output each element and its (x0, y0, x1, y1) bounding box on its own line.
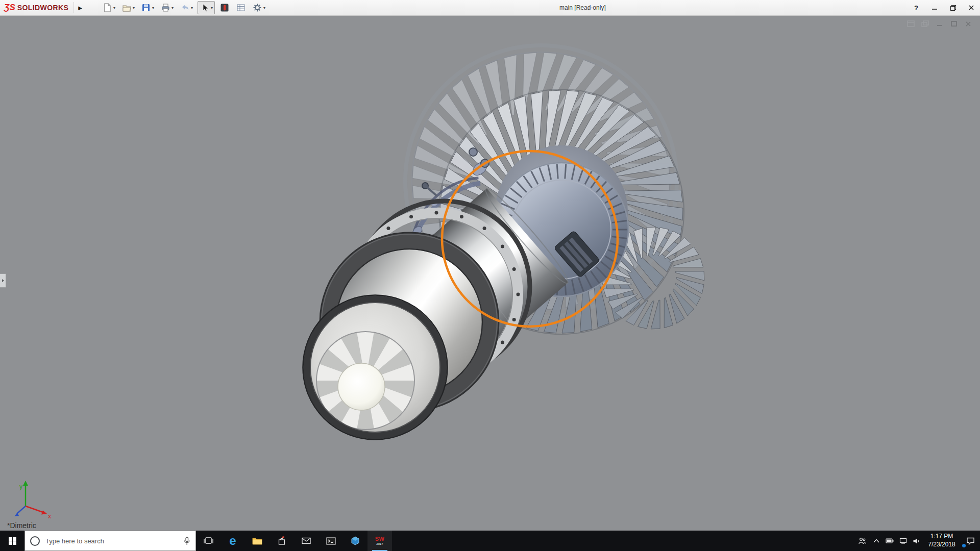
solidworks-logo-icon: ƷS (4, 3, 15, 13)
battery-button[interactable] (883, 531, 896, 551)
cube-app-icon (351, 536, 360, 545)
cortana-icon (30, 536, 40, 546)
start-button[interactable] (0, 531, 24, 551)
menu-expand-icon: ▶ (78, 5, 82, 11)
close-button[interactable] (966, 2, 977, 13)
tailcone-hub (338, 363, 385, 410)
command-prompt-icon (326, 537, 336, 545)
notification-badge (962, 544, 966, 547)
save-icon (141, 3, 151, 13)
microphone-icon[interactable] (183, 537, 190, 545)
network-icon (899, 538, 907, 544)
flyout-arrow-icon (2, 279, 5, 283)
windows-taskbar: e SW 2017 (0, 531, 980, 551)
document-window-controls (906, 19, 973, 28)
task-view-icon (203, 537, 213, 545)
doc-close-button[interactable] (963, 19, 973, 28)
red-capsule-icon (219, 3, 230, 13)
help-button[interactable]: ? (911, 2, 922, 13)
doc-panes-icon (907, 20, 915, 28)
quick-access-toolbar: ▾ ▾ ▾ ▾ ▾ ▾ ▾ (101, 1, 267, 14)
chevron-down-icon[interactable]: ▾ (133, 6, 135, 10)
restore-icon (950, 5, 957, 11)
people-icon (858, 537, 866, 544)
action-center-icon (966, 537, 975, 545)
store-icon (277, 536, 286, 545)
file-explorer-icon (252, 537, 262, 545)
doc-restore-icon (921, 20, 929, 28)
print-button[interactable]: ▾ (159, 2, 175, 14)
volume-icon (913, 538, 920, 544)
undo-icon (180, 3, 190, 13)
mail-icon (302, 537, 311, 544)
chevron-down-icon[interactable]: ▾ (211, 6, 213, 10)
view-orientation-label: *Dimetric (7, 521, 36, 530)
print-icon (160, 3, 170, 13)
hidden-icons-button[interactable] (870, 531, 883, 551)
battery-icon (886, 538, 894, 543)
options-gear-icon (252, 3, 262, 13)
volume-button[interactable] (910, 531, 923, 551)
save-button[interactable]: ▾ (139, 2, 156, 14)
open-folder-icon (121, 3, 132, 13)
properties-table-icon (236, 3, 246, 13)
select-arrow-icon (200, 3, 210, 13)
chevron-down-icon[interactable]: ▾ (152, 6, 154, 10)
minimize-button[interactable] (929, 2, 940, 13)
doc-close-icon (965, 20, 972, 28)
chevron-down-icon[interactable]: ▾ (263, 6, 265, 10)
chevron-down-icon[interactable]: ▾ (113, 6, 115, 10)
new-document-button[interactable]: ▾ (101, 2, 117, 14)
mail-button[interactable] (294, 531, 318, 551)
doc-restore-button[interactable] (920, 19, 930, 28)
new-document-icon (102, 3, 112, 13)
featuremanager-flyout-tab[interactable] (0, 273, 6, 288)
doc-maximize-icon (950, 20, 958, 28)
options-button[interactable]: ▾ (251, 2, 267, 14)
clock-time: 1:17 PM (930, 533, 953, 541)
minimize-icon (932, 5, 938, 11)
doc-maximize-button[interactable] (949, 19, 959, 28)
solidworks-logo-text: SOLIDWORKS (17, 4, 68, 12)
file-explorer-button[interactable] (245, 531, 270, 551)
solidworks-app-icon: SW 2017 (375, 536, 385, 545)
windows-logo-icon (8, 537, 17, 545)
graphics-area[interactable]: y x *Dimetric (0, 15, 980, 531)
cube-app-button[interactable] (343, 531, 368, 551)
open-button[interactable]: ▾ (120, 2, 136, 14)
restore-button[interactable] (947, 2, 959, 13)
window-controls: ? (911, 0, 977, 15)
triad-x-label: x (48, 513, 51, 520)
taskbar-clock[interactable]: 1:17 PM 7/23/2018 (923, 531, 961, 551)
menu-expand-button[interactable]: ▶ (74, 2, 86, 13)
chevron-down-icon[interactable]: ▾ (191, 6, 193, 10)
red-capsule-button[interactable] (218, 2, 231, 14)
people-button[interactable] (854, 531, 870, 551)
search-input[interactable] (44, 537, 179, 545)
action-center-button[interactable] (961, 531, 980, 551)
chevron-up-icon (873, 539, 879, 543)
engine-3d-render: y x (0, 15, 980, 531)
chevron-down-icon[interactable]: ▾ (172, 6, 174, 10)
select-tool-button[interactable]: ▾ (198, 1, 215, 14)
command-prompt-button[interactable] (318, 531, 343, 551)
solidworks-app-button[interactable]: SW 2017 (368, 531, 392, 551)
solidworks-logo: ƷS SOLIDWORKS (0, 0, 74, 15)
document-title: main [Read-only] (559, 0, 606, 15)
store-button[interactable] (270, 531, 294, 551)
edge-icon: e (229, 535, 236, 547)
edge-button[interactable]: e (220, 531, 245, 551)
doc-minimize-button[interactable] (935, 19, 944, 28)
taskbar-search[interactable] (24, 531, 196, 551)
undo-button[interactable]: ▾ (178, 2, 194, 14)
system-tray: 1:17 PM 7/23/2018 (854, 531, 980, 551)
doc-minimize-icon (936, 20, 943, 28)
task-view-button[interactable] (196, 531, 220, 551)
triad-y-label: y (19, 483, 22, 490)
close-icon (968, 5, 974, 11)
titlebar: ƷS SOLIDWORKS ▶ ▾ ▾ ▾ ▾ ▾ ▾ (0, 0, 980, 16)
network-button[interactable] (896, 531, 910, 551)
clock-date: 7/23/2018 (928, 541, 955, 549)
properties-table-button[interactable] (234, 2, 248, 14)
doc-panes-button[interactable] (906, 19, 916, 28)
